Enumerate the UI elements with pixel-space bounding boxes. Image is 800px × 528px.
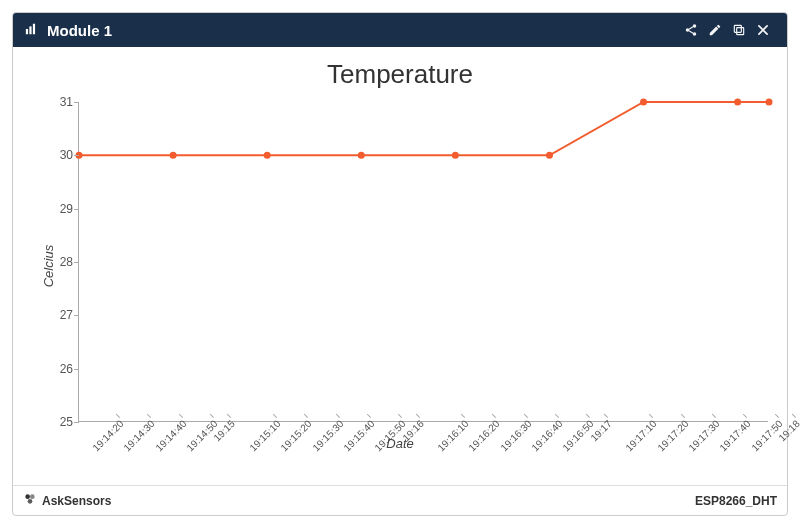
x-tick: 19:17:40: [718, 418, 753, 453]
y-tick: 31: [41, 95, 73, 109]
y-tick: 27: [41, 308, 73, 322]
panel-header: Module 1: [13, 13, 787, 47]
x-tick: 19:15:40: [341, 418, 376, 453]
svg-rect-7: [734, 25, 741, 32]
data-point[interactable]: [640, 99, 647, 106]
svg-rect-6: [737, 28, 744, 35]
y-tick: 26: [41, 362, 73, 376]
y-tick: 28: [41, 255, 73, 269]
x-tick: 19:16:10: [435, 418, 470, 453]
close-button[interactable]: [751, 18, 775, 42]
svg-rect-2: [33, 23, 35, 34]
share-button[interactable]: [679, 18, 703, 42]
data-point[interactable]: [546, 152, 553, 159]
y-tick: 29: [41, 202, 73, 216]
x-tick: 19:14:20: [90, 418, 125, 453]
brand-logo-icon: [23, 492, 37, 509]
svg-point-10: [28, 499, 33, 504]
x-tick: 19:16:40: [529, 418, 564, 453]
copy-button[interactable]: [727, 18, 751, 42]
x-tick: 19:15:20: [279, 418, 314, 453]
svg-rect-1: [29, 26, 31, 34]
data-point[interactable]: [170, 152, 177, 159]
module-panel: Module 1 Temperature Celcius 25262728293…: [12, 12, 788, 516]
x-tick: 19:17:20: [655, 418, 690, 453]
plot-region: 2526272829303119:14:2019:14:3019:14:4019…: [78, 102, 768, 422]
series-line: [79, 102, 769, 155]
y-tick: 30: [41, 148, 73, 162]
chart-area: Temperature Celcius 2526272829303119:14:…: [13, 47, 787, 485]
x-tick: 19:14:40: [153, 418, 188, 453]
chart-icon: [25, 22, 39, 39]
panel-title: Module 1: [47, 22, 112, 39]
brand-name: AskSensors: [42, 494, 111, 508]
x-tick: 19:14:30: [122, 418, 157, 453]
x-tick: 19:15:10: [247, 418, 282, 453]
line-series: [79, 102, 769, 422]
x-tick: 19:17:10: [624, 418, 659, 453]
chart-title: Temperature: [13, 59, 787, 90]
svg-rect-0: [26, 29, 28, 34]
edit-button[interactable]: [703, 18, 727, 42]
data-point[interactable]: [358, 152, 365, 159]
panel-footer: AskSensors ESP8266_DHT: [13, 485, 787, 515]
svg-point-4: [686, 28, 690, 32]
x-tick: 19:17:30: [686, 418, 721, 453]
panel-title-group: Module 1: [25, 22, 112, 39]
brand-group: AskSensors: [23, 492, 111, 509]
data-point[interactable]: [766, 99, 773, 106]
device-name: ESP8266_DHT: [695, 494, 777, 508]
svg-point-9: [30, 494, 35, 499]
x-tick: 19:16:20: [467, 418, 502, 453]
x-axis-label: Date: [386, 436, 413, 451]
x-tick: 19:15:30: [310, 418, 345, 453]
svg-point-8: [25, 494, 30, 499]
y-tick: 25: [41, 415, 73, 429]
data-point[interactable]: [264, 152, 271, 159]
data-point[interactable]: [452, 152, 459, 159]
svg-point-5: [693, 32, 697, 36]
data-point[interactable]: [734, 99, 741, 106]
svg-point-3: [693, 24, 697, 28]
x-tick: 19:16:30: [498, 418, 533, 453]
